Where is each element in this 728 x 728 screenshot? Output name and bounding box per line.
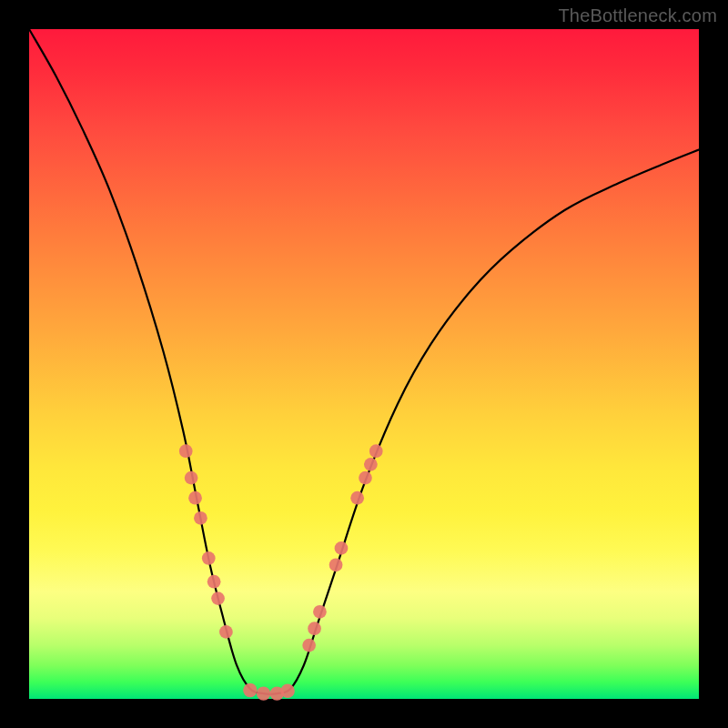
data-marker xyxy=(364,458,378,471)
data-marker xyxy=(219,625,233,639)
data-marker xyxy=(302,639,316,652)
data-marker xyxy=(207,575,221,589)
data-marker xyxy=(194,511,207,525)
data-marker xyxy=(350,491,364,505)
data-marker xyxy=(188,491,202,505)
data-marker xyxy=(359,471,372,485)
chart-svg xyxy=(29,29,699,699)
data-marker xyxy=(179,444,193,458)
data-marker xyxy=(280,683,294,697)
data-markers-bottom xyxy=(243,683,295,701)
data-marker xyxy=(211,592,225,605)
watermark-text: TheBottleneck.com xyxy=(558,5,717,26)
data-marker xyxy=(335,541,349,555)
data-markers-right xyxy=(302,444,382,652)
chart-plot-area xyxy=(29,29,699,699)
chart-frame: TheBottleneck.com xyxy=(0,0,728,728)
data-marker xyxy=(369,444,383,458)
bottleneck-curve xyxy=(29,29,699,694)
data-marker xyxy=(257,686,270,700)
data-marker xyxy=(243,683,257,697)
data-marker xyxy=(202,551,216,565)
data-marker xyxy=(308,622,321,635)
data-marker xyxy=(185,471,198,485)
data-marker xyxy=(313,605,327,619)
data-marker xyxy=(329,558,343,571)
